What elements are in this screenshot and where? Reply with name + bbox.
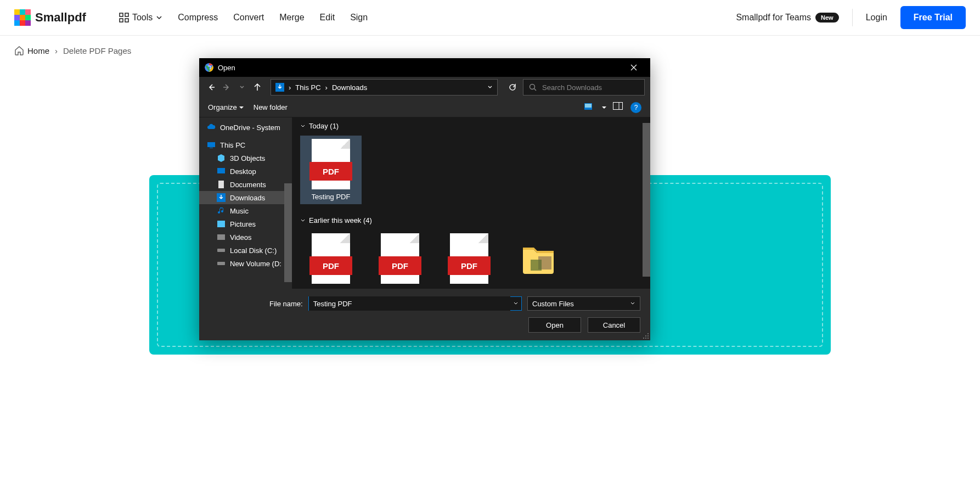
sidebar-item-3d-objects[interactable]: 3D Objects — [199, 151, 292, 165]
file-testing-pdf[interactable]: PDF Testing PDF — [300, 136, 362, 204]
resize-grip-icon[interactable] — [643, 333, 649, 339]
svg-rect-24 — [217, 168, 225, 173]
divider — [852, 9, 853, 26]
pdf-thumb-icon: PDF — [312, 233, 350, 284]
svg-rect-6 — [14, 20, 20, 26]
file-label: jadoo ki tareekh — [375, 287, 425, 289]
open-button[interactable]: Open — [528, 317, 581, 333]
breadcrumb-home[interactable]: Home — [14, 46, 49, 55]
group-today[interactable]: Today (1) — [292, 117, 650, 132]
sidebar-item-documents[interactable]: Documents — [199, 178, 292, 191]
file-storeinfo[interactable]: PDF storeinfo — [300, 230, 362, 289]
sidebar-item-new-volume-d[interactable]: New Volume (D: — [199, 257, 292, 270]
chevron-down-icon[interactable] — [487, 85, 493, 90]
pc-icon — [207, 141, 216, 149]
cancel-button[interactable]: Cancel — [588, 317, 640, 333]
nav-back-button[interactable] — [205, 81, 218, 94]
sidebar-item-onedrive[interactable]: OneDrive - System — [199, 121, 292, 134]
svg-rect-23 — [210, 148, 213, 148]
disk-icon — [217, 259, 226, 268]
path-bar[interactable]: › This PC › Downloads — [271, 79, 498, 96]
filetype-filter[interactable]: Custom Files — [527, 296, 640, 311]
help-button[interactable]: ? — [630, 102, 641, 113]
preview-pane-button[interactable] — [613, 102, 624, 113]
sidebar-item-desktop[interactable]: Desktop — [199, 165, 292, 178]
nav-tools[interactable]: Tools — [119, 13, 162, 23]
file-label: storeinfo — [317, 287, 345, 289]
chevron-down-icon — [300, 218, 306, 223]
nav-convert[interactable]: Convert — [233, 13, 264, 23]
refresh-icon — [509, 83, 516, 91]
teams-link[interactable]: Smallpdf for Teams New — [736, 13, 838, 23]
svg-point-35 — [647, 335, 649, 336]
svg-rect-25 — [218, 181, 224, 188]
group-today-label: Today (1) — [309, 122, 339, 130]
sidebar-scrollbar[interactable] — [284, 183, 292, 282]
nav-forward-button[interactable] — [220, 81, 233, 94]
arrow-right-icon — [223, 83, 230, 91]
folder-icon — [519, 233, 558, 284]
file-download-folder[interactable]: download — [508, 230, 569, 289]
svg-point-17 — [530, 85, 535, 89]
svg-rect-5 — [25, 15, 31, 20]
logo[interactable]: Smallpdf — [14, 9, 86, 26]
sidebar-item-downloads[interactable]: Downloads — [199, 191, 292, 204]
file-list: Today (1) PDF Testing PDF Earlier this w… — [292, 117, 650, 289]
refresh-button[interactable] — [504, 79, 521, 96]
file-javascript-info[interactable]: PDF javascript-info-fu — [438, 230, 500, 289]
nav-recent-button[interactable] — [235, 81, 249, 94]
caret-down-icon — [239, 105, 244, 110]
folder-tree: OneDrive - System This PC 3D Objects Des… — [199, 117, 292, 289]
svg-rect-22 — [207, 142, 215, 147]
view-mode-button[interactable] — [584, 102, 595, 113]
svg-point-38 — [647, 338, 649, 339]
file-grid-week: PDF storeinfo PDF jadoo ki tareekh PDF j… — [292, 227, 650, 289]
downloads-path-icon — [275, 83, 284, 92]
new-folder-button[interactable]: New folder — [254, 103, 288, 111]
organize-button[interactable]: Organize — [208, 103, 244, 111]
dialog-title: Open — [218, 64, 235, 72]
breadcrumb-sep: › — [55, 46, 58, 55]
primary-nav: Tools Compress Convert Merge Edit Sign — [119, 13, 368, 23]
nav-tools-label: Tools — [132, 13, 153, 23]
path-current[interactable]: Downloads — [332, 83, 367, 92]
sidebar-item-pictures[interactable]: Pictures — [199, 217, 292, 231]
svg-rect-4 — [20, 15, 25, 20]
filename-dropdown[interactable] — [510, 301, 521, 306]
nav-sign[interactable]: Sign — [350, 13, 368, 23]
svg-rect-30 — [217, 262, 225, 265]
chevron-down-icon — [630, 301, 635, 306]
caret-down-icon[interactable] — [602, 105, 606, 110]
filename-input[interactable] — [309, 296, 510, 311]
sidebar-onedrive-label: OneDrive - System — [220, 124, 280, 132]
arrow-left-icon — [207, 83, 215, 91]
new-badge: New — [815, 13, 839, 23]
nav-compress[interactable]: Compress — [178, 13, 218, 23]
sidebar-desktop-label: Desktop — [230, 167, 256, 176]
group-week[interactable]: Earlier this week (4) — [292, 212, 650, 227]
nav-merge[interactable]: Merge — [279, 13, 304, 23]
svg-rect-9 — [120, 13, 123, 16]
free-trial-button[interactable]: Free Trial — [900, 6, 966, 29]
sidebar-item-this-pc[interactable]: This PC — [199, 138, 292, 151]
sidebar-item-videos[interactable]: Videos — [199, 231, 292, 244]
login-link[interactable]: Login — [866, 13, 887, 23]
nav-edit[interactable]: Edit — [320, 13, 335, 23]
close-icon — [630, 64, 637, 71]
sidebar-documents-label: Documents — [230, 181, 266, 189]
app-header: Smallpdf Tools Compress Convert Merge Ed… — [0, 0, 980, 36]
path-root[interactable]: This PC — [295, 83, 320, 92]
file-area-scrollbar[interactable] — [643, 123, 650, 277]
dialog-close-button[interactable] — [623, 58, 645, 77]
svg-rect-19 — [585, 104, 592, 108]
dialog-titlebar[interactable]: Open — [199, 58, 650, 77]
svg-point-36 — [643, 338, 644, 339]
search-box[interactable]: Search Downloads — [523, 79, 645, 96]
file-jadoo[interactable]: PDF jadoo ki tareekh — [369, 230, 431, 289]
file-label: javascript-info-fu — [443, 287, 495, 289]
organize-label: Organize — [208, 103, 237, 111]
sidebar-item-local-disk-c[interactable]: Local Disk (C:) — [199, 244, 292, 257]
nav-up-button[interactable] — [251, 81, 264, 94]
desktop-icon — [217, 167, 226, 176]
sidebar-item-music[interactable]: Music — [199, 204, 292, 217]
